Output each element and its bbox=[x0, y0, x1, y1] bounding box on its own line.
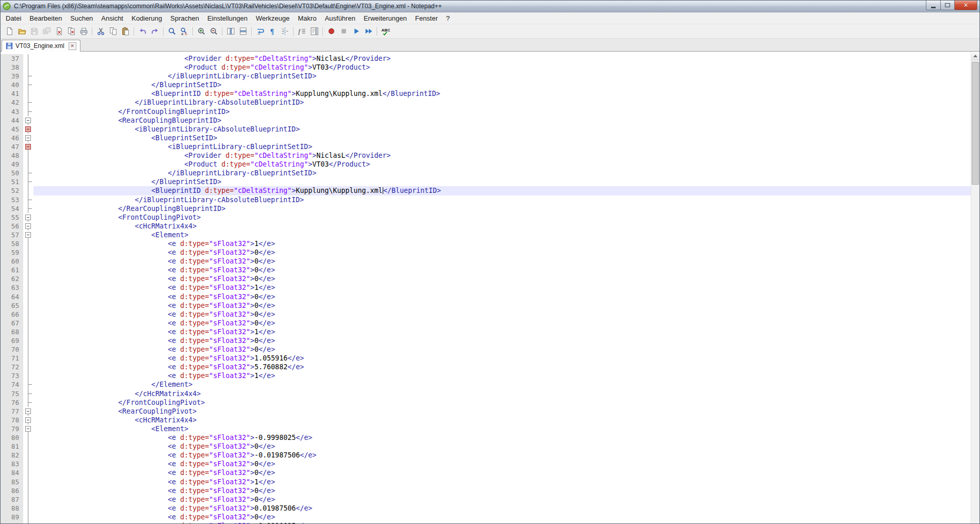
line-number[interactable]: 86 bbox=[1, 486, 23, 495]
print-button[interactable] bbox=[78, 26, 89, 37]
menu-item-ansicht[interactable]: Ansicht bbox=[97, 13, 127, 23]
line-number[interactable]: 41 bbox=[1, 89, 23, 98]
line-number[interactable]: 81 bbox=[1, 442, 23, 451]
line-number[interactable]: 42 bbox=[1, 98, 23, 107]
open-file-button[interactable] bbox=[16, 26, 27, 37]
tab-close-button[interactable]: ✕ bbox=[69, 42, 76, 50]
code-text[interactable]: <e d:type="sFloat32">0</e> bbox=[34, 266, 971, 274]
line-number[interactable]: 46 bbox=[1, 134, 23, 142]
fold-margin-cell[interactable] bbox=[23, 116, 34, 125]
fold-margin-cell[interactable] bbox=[23, 222, 34, 231]
fold-margin-cell[interactable] bbox=[23, 231, 34, 239]
line-number[interactable]: 68 bbox=[1, 328, 23, 336]
menu-item-einstellungen[interactable]: Einstellungen bbox=[203, 13, 252, 23]
code-text[interactable]: <FrontCouplingPivot> bbox=[34, 213, 971, 222]
line-number[interactable]: 56 bbox=[1, 222, 23, 231]
code-text[interactable]: <e d:type="sFloat32">0</e> bbox=[34, 310, 971, 319]
line-number[interactable]: 38 bbox=[1, 63, 23, 72]
line-number[interactable]: 79 bbox=[1, 424, 23, 433]
maximize-button[interactable] bbox=[940, 1, 955, 10]
code-text[interactable]: <e d:type="sFloat32">0</e> bbox=[34, 468, 971, 477]
scrollbar-thumb[interactable] bbox=[972, 62, 979, 185]
line-number[interactable]: 63 bbox=[1, 283, 23, 292]
line-number[interactable]: 47 bbox=[1, 142, 23, 151]
code-text[interactable]: </RearCouplingBlueprintID> bbox=[34, 204, 971, 213]
minimize-button[interactable] bbox=[926, 1, 941, 10]
fold-margin-cell[interactable] bbox=[23, 213, 34, 222]
fold-margin-cell[interactable] bbox=[23, 142, 34, 151]
menu-item-suchen[interactable]: Suchen bbox=[66, 13, 97, 23]
code-text[interactable]: <e d:type="sFloat32">0</e> bbox=[34, 292, 971, 301]
sync-vertical-scroll-button[interactable] bbox=[225, 26, 236, 37]
line-number[interactable]: 54 bbox=[1, 204, 23, 213]
code-text[interactable]: <e d:type="sFloat32">1</e> bbox=[34, 283, 971, 292]
menu-item-ausführen[interactable]: Ausführen bbox=[321, 13, 360, 23]
line-number[interactable]: 43 bbox=[1, 107, 23, 116]
word-wrap-button[interactable] bbox=[254, 26, 266, 37]
show-all-characters-button[interactable]: ¶ bbox=[267, 26, 278, 37]
line-number[interactable]: 76 bbox=[1, 398, 23, 407]
line-number[interactable]: 52 bbox=[1, 186, 23, 195]
code-text[interactable]: <cHcRMatrix4x4> bbox=[34, 222, 971, 231]
fold-margin-cell[interactable] bbox=[23, 407, 34, 416]
line-number[interactable]: 67 bbox=[1, 319, 23, 328]
vertical-scrollbar[interactable] bbox=[971, 52, 979, 523]
code-text[interactable]: <e d:type="sFloat32">0</e> bbox=[34, 442, 971, 451]
code-text[interactable]: <Provider d:type="cDeltaString">NiclasL<… bbox=[34, 151, 971, 160]
line-number[interactable]: 51 bbox=[1, 177, 23, 186]
menu-item-fenster[interactable]: Fenster bbox=[411, 13, 442, 23]
menu-item-sprachen[interactable]: Sprachen bbox=[166, 13, 203, 23]
code-text[interactable]: <e d:type="sFloat32">0</e> bbox=[34, 301, 971, 310]
menu-item-makro[interactable]: Makro bbox=[294, 13, 321, 23]
code-text[interactable]: <e d:type="sFloat32">0</e> bbox=[34, 257, 971, 266]
code-text[interactable]: </BlueprintSetID> bbox=[34, 80, 971, 89]
code-text[interactable]: <Element> bbox=[34, 424, 971, 433]
line-number[interactable]: 75 bbox=[1, 389, 23, 398]
line-number[interactable]: 49 bbox=[1, 160, 23, 169]
code-text[interactable]: </iBlueprintLibrary-cAbsoluteBlueprintID… bbox=[34, 195, 971, 204]
line-number[interactable]: 58 bbox=[1, 239, 23, 248]
code-text[interactable]: <BlueprintID d:type="cDeltaString">Kuppl… bbox=[34, 89, 971, 98]
line-number[interactable]: 77 bbox=[1, 407, 23, 416]
line-number[interactable]: 55 bbox=[1, 213, 23, 222]
menu-item-werkzeuge[interactable]: Werkzeuge bbox=[252, 13, 294, 23]
fold-margin-cell[interactable] bbox=[23, 134, 34, 142]
code-text[interactable]: <e d:type="sFloat32">0</e> bbox=[34, 319, 971, 328]
close-all-files-button[interactable] bbox=[66, 26, 77, 37]
code-text[interactable]: <e d:type="sFloat32">-0.9998025</e> bbox=[34, 433, 971, 442]
editor[interactable]: 37 <Provider d:type="cDeltaString">Nicla… bbox=[1, 52, 979, 523]
line-number[interactable]: 78 bbox=[1, 416, 23, 424]
code-text[interactable]: </iBlueprintLibrary-cAbsoluteBlueprintID… bbox=[34, 98, 971, 107]
code-text[interactable]: <BlueprintSetID> bbox=[34, 134, 971, 142]
code-text[interactable]: <cHcRMatrix4x4> bbox=[34, 416, 971, 424]
line-number[interactable]: 82 bbox=[1, 451, 23, 460]
line-number[interactable]: 80 bbox=[1, 433, 23, 442]
find-button[interactable] bbox=[166, 26, 177, 37]
line-number[interactable]: 64 bbox=[1, 292, 23, 301]
code-text[interactable]: <e d:type="sFloat32">1</e> bbox=[34, 371, 971, 380]
line-number[interactable]: 70 bbox=[1, 345, 23, 354]
fold-margin-cell[interactable] bbox=[23, 125, 34, 134]
code-text[interactable]: <Element> bbox=[34, 231, 971, 239]
code-text[interactable]: </FrontCouplingPivot> bbox=[34, 398, 971, 407]
line-number[interactable]: 62 bbox=[1, 274, 23, 283]
code-text[interactable]: <iBlueprintLibrary-cBlueprintSetID> bbox=[34, 142, 971, 151]
code-text[interactable]: </BlueprintSetID> bbox=[34, 177, 971, 186]
menu-item-bearbeiten[interactable]: Bearbeiten bbox=[25, 13, 66, 23]
close-file-button[interactable] bbox=[53, 26, 64, 37]
line-number[interactable]: 59 bbox=[1, 248, 23, 257]
code-text[interactable]: <Provider d:type="cDeltaString">NiclasL<… bbox=[34, 54, 971, 63]
line-number[interactable]: 84 bbox=[1, 468, 23, 477]
code-text[interactable]: <RearCouplingPivot> bbox=[34, 407, 971, 416]
code-text[interactable]: <e d:type="sFloat32">1</e> bbox=[34, 239, 971, 248]
paste-button[interactable] bbox=[120, 26, 131, 37]
line-number[interactable]: 65 bbox=[1, 301, 23, 310]
sync-horizontal-scroll-button[interactable] bbox=[237, 26, 249, 37]
code-text[interactable]: <e d:type="sFloat32">-0.01987506</e> bbox=[34, 451, 971, 460]
code-text[interactable]: <e d:type="sFloat32">1</e> bbox=[34, 478, 971, 486]
line-number[interactable]: 69 bbox=[1, 336, 23, 345]
line-number[interactable]: 66 bbox=[1, 310, 23, 319]
line-number[interactable]: 44 bbox=[1, 116, 23, 125]
menu-item-help[interactable]: ? bbox=[442, 13, 454, 23]
code-text[interactable]: <e d:type="sFloat32">-0.9998025</e> bbox=[34, 521, 971, 523]
